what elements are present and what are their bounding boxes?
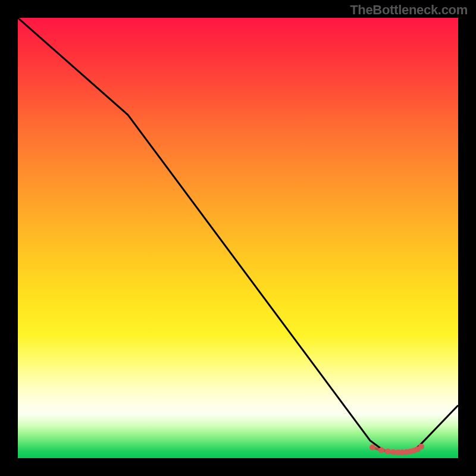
svg-point-0	[369, 444, 375, 450]
svg-point-10	[418, 444, 424, 450]
curve-layer	[18, 18, 458, 458]
attribution-watermark: TheBottleneck.com	[350, 2, 468, 18]
chart-frame: TheBottleneck.com	[0, 0, 476, 476]
bottleneck-curve	[18, 18, 458, 453]
plot-area	[18, 18, 458, 458]
svg-point-1	[378, 447, 384, 453]
svg-point-2	[385, 449, 391, 455]
